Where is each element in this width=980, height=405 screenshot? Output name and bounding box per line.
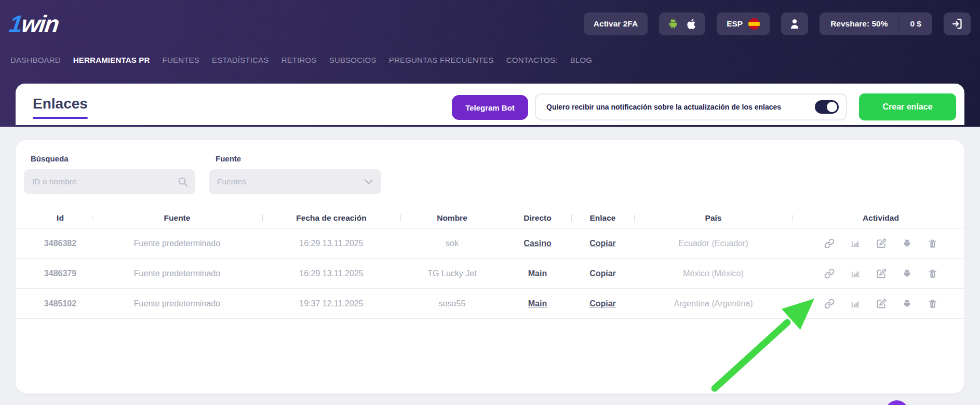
balance-badge: 0 $: [899, 12, 932, 35]
cell-nombre: TG Lucky Jet: [400, 269, 504, 278]
table-row: 3486382 Fuente predeterminado 16:29 13.1…: [16, 228, 964, 258]
directo-link[interactable]: Main: [528, 269, 547, 278]
activate-2fa-button[interactable]: Activar 2FA: [584, 12, 648, 35]
column-header-fecha: Fecha de creación: [262, 213, 400, 223]
logo-word: win: [20, 10, 60, 37]
nav-item-blog[interactable]: BLOG: [570, 56, 592, 64]
create-link-button[interactable]: Crear enlace: [859, 93, 956, 120]
search-input[interactable]: [24, 169, 195, 194]
nav-item-fuentes[interactable]: FUENTES: [163, 56, 199, 64]
android-row-icon[interactable]: [902, 238, 912, 249]
source-filter: Fuente Fuentes: [209, 154, 381, 194]
source-label: Fuente: [216, 154, 381, 163]
logout-icon: [951, 18, 963, 30]
links-table-card: Búsqueda Fuente Fuentes: [16, 140, 964, 394]
cell-id: 3486379: [29, 269, 92, 278]
link-icon[interactable]: [824, 299, 835, 309]
android-row-icon[interactable]: [902, 299, 912, 309]
delete-icon[interactable]: [928, 238, 938, 249]
title-underline: [33, 117, 88, 119]
notification-setting: Quiero recibir una notificación sobre la…: [535, 93, 847, 120]
page-title: Enlaces: [33, 96, 88, 112]
main-nav: DASHBOARDHERRAMIENTAS PRFUENTESESTADÍSTI…: [10, 56, 592, 64]
cell-id: 3486382: [29, 239, 92, 248]
activity-actions: [801, 299, 960, 309]
column-header-nombre: Nombre: [400, 213, 504, 223]
source-select[interactable]: Fuentes: [209, 169, 381, 194]
column-header-enlace: Enlace: [571, 213, 634, 223]
link-icon[interactable]: [824, 238, 835, 249]
cell-fecha: 19:37 12.11.2025: [262, 299, 400, 308]
activity-actions: [801, 268, 960, 279]
android-icon: [667, 18, 679, 30]
stats-icon[interactable]: [850, 268, 861, 279]
apple-icon: [686, 18, 697, 30]
source-select-value: Fuentes: [217, 177, 246, 186]
cell-id: 3485102: [29, 299, 92, 308]
profile-button[interactable]: [781, 12, 808, 35]
topbar: 1win Activar 2FA: [0, 0, 980, 48]
cell-fuente: Fuente predeterminado: [92, 299, 262, 308]
nav-item-subsocios[interactable]: SUBSOCIOS: [329, 56, 377, 64]
table-row: 3486379 Fuente predeterminado 16:29 13.1…: [16, 258, 964, 288]
links-table: Id Fuente Fecha de creación Nombre Direc…: [16, 208, 964, 319]
cell-nombre: sok: [400, 239, 504, 248]
chat-widget-bubble[interactable]: [885, 400, 908, 405]
telegram-bot-button[interactable]: Telegram Bot: [452, 95, 528, 120]
table-row: 3485102 Fuente predeterminado 19:37 12.1…: [16, 288, 964, 319]
delete-icon[interactable]: [928, 299, 938, 309]
search-label: Búsqueda: [31, 154, 195, 163]
nav-item-estad-sticas[interactable]: ESTADÍSTICAS: [212, 56, 269, 64]
edit-icon[interactable]: [876, 299, 887, 309]
search-icon: [177, 176, 189, 187]
logo[interactable]: 1win: [8, 12, 60, 36]
cell-pais: México (México): [634, 269, 793, 278]
links-header-card: Enlaces Telegram Bot Quiero recibir una …: [16, 84, 964, 125]
user-icon: [788, 17, 801, 31]
cell-pais: Ecuador (Ecuador): [634, 239, 793, 248]
column-header-directo: Directo: [504, 213, 571, 223]
nav-item-dashboard[interactable]: DASHBOARD: [10, 56, 61, 64]
toggle-knob: [827, 102, 837, 112]
language-selector[interactable]: ESP: [717, 12, 770, 35]
column-header-fuente: Fuente: [92, 213, 262, 223]
nav-item-herramientas-pr[interactable]: HERRAMIENTAS PR: [73, 56, 150, 64]
delete-icon[interactable]: [928, 268, 938, 279]
logout-button[interactable]: [944, 12, 971, 35]
cell-fuente: Fuente predeterminado: [92, 269, 262, 278]
stats-icon[interactable]: [850, 299, 861, 309]
chevron-down-icon: [364, 179, 373, 185]
nav-item-retiros[interactable]: RETIROS: [281, 56, 317, 64]
cell-fuente: Fuente predeterminado: [92, 239, 262, 248]
copy-link[interactable]: Copiar: [589, 299, 616, 308]
link-icon[interactable]: [824, 268, 835, 279]
nav-item-contactos[interactable]: CONTACTOS:: [506, 56, 558, 64]
notification-toggle[interactable]: [815, 100, 839, 114]
language-label: ESP: [727, 19, 743, 29]
edit-icon[interactable]: [876, 268, 887, 279]
stats-icon[interactable]: [850, 238, 861, 249]
directo-link[interactable]: Casino: [523, 239, 551, 248]
directo-link[interactable]: Main: [528, 299, 547, 308]
topbar-actions: Activar 2FA: [584, 12, 971, 35]
copy-link[interactable]: Copiar: [589, 239, 616, 248]
copy-link[interactable]: Copiar: [589, 269, 616, 278]
cell-nombre: soso55: [400, 299, 504, 308]
column-header-actividad: Actividad: [863, 213, 899, 223]
account-summary: Revshare: 50% 0 $: [820, 12, 932, 35]
column-header-pais: País: [634, 213, 793, 223]
mobile-apps-button[interactable]: [659, 12, 705, 35]
table-header: Id Fuente Fecha de creación Nombre Direc…: [16, 208, 964, 228]
nav-item-preguntas-frecuentes[interactable]: PREGUNTAS FRECUENTES: [389, 56, 494, 64]
spain-flag-icon: [748, 18, 760, 30]
activity-actions: [801, 238, 960, 249]
notification-label: Quiero recibir una notificación sobre la…: [546, 103, 781, 111]
edit-icon[interactable]: [876, 238, 887, 249]
cell-fecha: 16:29 13.11.2025: [262, 239, 400, 248]
cell-fecha: 16:29 13.11.2025: [262, 269, 400, 278]
table-body: 3486382 Fuente predeterminado 16:29 13.1…: [16, 228, 964, 319]
revshare-badge: Revshare: 50%: [820, 12, 898, 35]
android-row-icon[interactable]: [902, 268, 912, 279]
cell-pais: Argentina (Argentina): [634, 299, 793, 308]
page: 1win Activar 2FA: [0, 0, 980, 405]
